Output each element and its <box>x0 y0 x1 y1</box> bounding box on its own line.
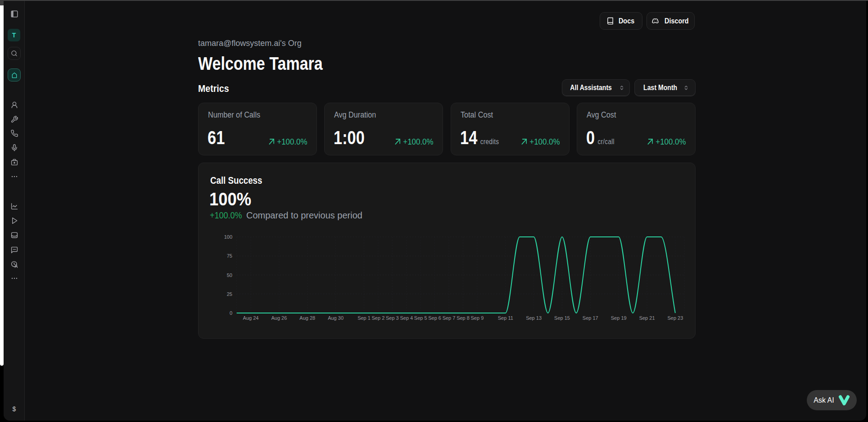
svg-text:Sep 23: Sep 23 <box>667 315 683 321</box>
svg-text:Sep 11: Sep 11 <box>498 315 513 321</box>
svg-text:25: 25 <box>227 291 232 297</box>
svg-text:Aug 26: Aug 26 <box>271 315 287 321</box>
svg-text:Aug 28: Aug 28 <box>299 315 315 321</box>
svg-text:Sep 3: Sep 3 <box>386 315 399 321</box>
svg-text:Sep 8: Sep 8 <box>457 315 470 321</box>
svg-text:Sep 4: Sep 4 <box>400 315 413 321</box>
svg-text:Sep 15: Sep 15 <box>554 315 570 321</box>
svg-text:Sep 6: Sep 6 <box>428 315 441 321</box>
svg-text:Sep 5: Sep 5 <box>414 315 427 321</box>
svg-text:Sep 21: Sep 21 <box>639 315 655 321</box>
svg-text:100: 100 <box>224 234 232 240</box>
svg-text:Aug 30: Aug 30 <box>328 315 344 321</box>
svg-text:0: 0 <box>230 310 232 316</box>
svg-text:Sep 17: Sep 17 <box>583 315 598 321</box>
svg-text:75: 75 <box>227 253 232 259</box>
svg-text:Sep 9: Sep 9 <box>471 315 484 321</box>
svg-text:50: 50 <box>227 272 232 278</box>
svg-text:Sep 1: Sep 1 <box>357 315 371 321</box>
svg-text:Sep 2: Sep 2 <box>372 315 385 321</box>
svg-text:Aug 24: Aug 24 <box>243 315 259 321</box>
svg-text:Sep 13: Sep 13 <box>526 315 542 321</box>
svg-text:Sep 7: Sep 7 <box>443 315 456 321</box>
svg-text:Sep 19: Sep 19 <box>611 315 627 321</box>
